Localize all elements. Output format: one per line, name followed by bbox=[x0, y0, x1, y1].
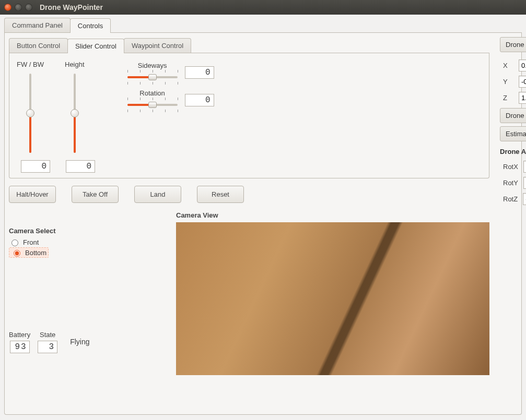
state-value: 3 bbox=[38, 341, 57, 353]
height-readout: 0 bbox=[66, 160, 95, 173]
camera-bottom-label: Bottom bbox=[25, 249, 46, 257]
rotz-label: RotZ bbox=[503, 195, 518, 203]
sideways-slider[interactable] bbox=[126, 71, 179, 83]
height-slider[interactable] bbox=[69, 71, 80, 155]
subtab-button-control[interactable]: Button Control bbox=[9, 38, 68, 53]
subtab-waypoint-control[interactable]: Waypoint Control bbox=[124, 38, 191, 53]
rotz-field[interactable] bbox=[523, 193, 526, 205]
top-tabbar: Command Panel Controls bbox=[4, 18, 522, 33]
roty-label: RotY bbox=[503, 179, 518, 187]
content-area: Command Panel Controls Button Control Sl… bbox=[0, 15, 526, 420]
take-off-button[interactable]: Take Off bbox=[72, 186, 119, 203]
attitude-fields: RotX RotY RotZ bbox=[500, 161, 526, 206]
camera-bottom-radio[interactable]: Bottom bbox=[9, 247, 49, 258]
height-label: Height bbox=[65, 61, 85, 68]
battery-value: 93 bbox=[10, 341, 30, 353]
halt-hover-button[interactable]: Halt/Hover bbox=[9, 186, 56, 203]
real-pose-header[interactable]: Drone Real Pose bbox=[500, 108, 526, 123]
camera-front-radio[interactable]: Front bbox=[9, 237, 176, 247]
battery-label: Battery bbox=[9, 331, 30, 339]
rotx-field[interactable] bbox=[523, 161, 526, 173]
window-title: Drone WayPointer bbox=[40, 3, 103, 11]
close-icon[interactable] bbox=[4, 4, 11, 11]
sub-tabbar: Button Control Slider Control Waypoint C… bbox=[9, 38, 489, 53]
controls-panel: Button Control Slider Control Waypoint C… bbox=[4, 33, 522, 415]
fwbw-slider-group: FW / BW bbox=[17, 61, 44, 155]
estimated-pose-header[interactable]: Drone Estimated Pose bbox=[500, 37, 526, 52]
right-column: Drone Estimated Pose X Y Z Drone bbox=[500, 37, 526, 410]
state-text: Flying bbox=[70, 338, 89, 347]
state-label: State bbox=[40, 331, 55, 339]
left-column: Button Control Slider Control Waypoint C… bbox=[9, 37, 489, 410]
sideways-label: Sideways bbox=[138, 62, 167, 69]
tab-controls[interactable]: Controls bbox=[70, 18, 111, 33]
rotation-readout: 0 bbox=[185, 94, 214, 106]
camera-select-group: Camera Select Front Bottom bbox=[9, 227, 176, 258]
rotation-slider[interactable] bbox=[126, 99, 179, 111]
tab-command-panel[interactable]: Command Panel bbox=[4, 18, 71, 32]
camera-front-input[interactable] bbox=[11, 239, 18, 246]
window-controls bbox=[4, 4, 32, 11]
height-slider-group: Height bbox=[65, 61, 85, 155]
fwbw-slider[interactable] bbox=[25, 71, 36, 155]
reset-button[interactable]: Reset bbox=[197, 186, 244, 203]
app-window: Drone WayPointer Command Panel Controls … bbox=[0, 0, 526, 420]
pose-y-label: Y bbox=[503, 78, 513, 86]
pose-x-label: X bbox=[503, 62, 513, 69]
minimize-icon[interactable] bbox=[15, 4, 22, 11]
camera-select-header: Camera Select bbox=[9, 227, 176, 235]
camera-front-label: Front bbox=[23, 238, 39, 246]
maximize-icon[interactable] bbox=[25, 4, 32, 11]
rotation-label: Rotation bbox=[139, 89, 165, 97]
pose-y-field[interactable] bbox=[519, 76, 526, 88]
estimation-error-header[interactable]: Estimation Error bbox=[500, 126, 526, 141]
estimated-pose-fields: X Y Z bbox=[500, 55, 526, 105]
attitude-header: Drone Attitude bbox=[500, 148, 526, 155]
battery-state-group: Battery 93 State 3 Flying bbox=[9, 331, 176, 353]
land-button[interactable]: Land bbox=[134, 186, 181, 203]
pose-x-field[interactable] bbox=[519, 59, 526, 71]
sideways-readout: 0 bbox=[185, 66, 214, 79]
camera-bottom-input[interactable] bbox=[14, 250, 20, 257]
action-buttons: Halt/Hover Take Off Land Reset bbox=[9, 186, 489, 203]
slider-control-panel: FW / BW Height bbox=[9, 53, 489, 178]
fwbw-readout: 0 bbox=[21, 160, 50, 173]
pose-z-field[interactable] bbox=[519, 92, 526, 104]
camera-view-image bbox=[176, 222, 489, 375]
subtab-slider-control[interactable]: Slider Control bbox=[67, 39, 124, 53]
titlebar: Drone WayPointer bbox=[0, 0, 526, 15]
camera-view-group: Camera View bbox=[176, 211, 489, 375]
fwbw-label: FW / BW bbox=[17, 61, 44, 68]
rotx-label: RotX bbox=[503, 163, 518, 171]
pose-z-label: Z bbox=[503, 94, 513, 102]
camera-view-label: Camera View bbox=[176, 211, 489, 219]
horizontal-sliders: Sideways bbox=[126, 62, 214, 111]
roty-field[interactable] bbox=[523, 177, 526, 189]
